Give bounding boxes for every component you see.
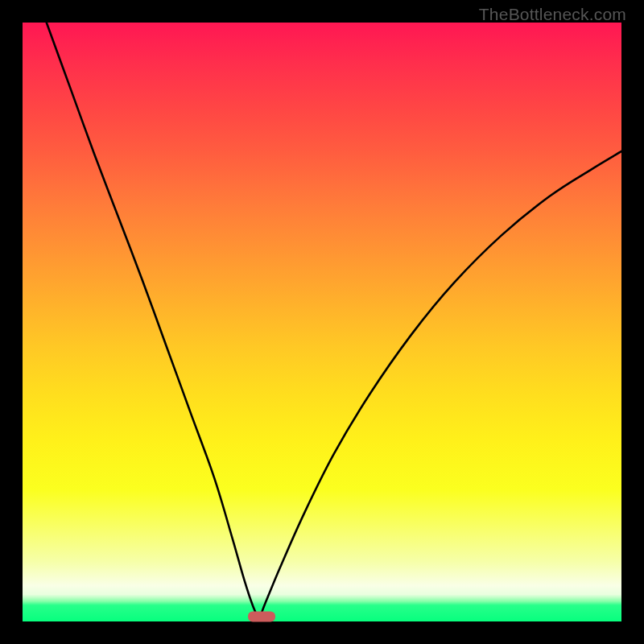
optimum-marker	[248, 612, 275, 622]
chart-area	[23, 23, 621, 621]
bottleneck-curve	[23, 23, 621, 621]
watermark-text: TheBottleneck.com	[479, 5, 626, 24]
curve-path	[47, 23, 621, 617]
